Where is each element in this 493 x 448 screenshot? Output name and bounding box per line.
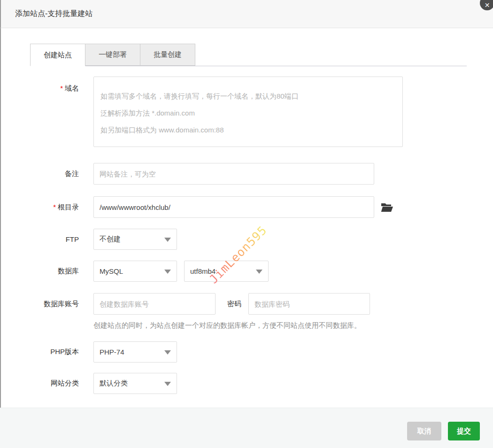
ftp-selected-value: 不创建 [100, 235, 121, 244]
site-category-value: 默认分类 [100, 379, 128, 388]
remark-input[interactable] [93, 163, 374, 185]
db-password-label: 密码 [227, 300, 241, 309]
close-icon[interactable]: ✕ [480, 0, 493, 10]
tab-batch-create[interactable]: 批量创建 [140, 44, 195, 66]
db-account-row: 数据库账号 密码 [1, 293, 493, 315]
ftp-select[interactable]: 不创建 [93, 229, 177, 250]
root-dir-row: *根目录 [1, 196, 493, 218]
domain-textarea[interactable] [93, 77, 403, 147]
database-row: 数据库 MySQL utf8mb4 [1, 261, 493, 282]
domain-row: *域名 如需填写多个域名，请换行填写，每行一个域名，默认为80端口 泛解析添加方… [1, 77, 493, 149]
database-label: 数据库 [1, 267, 79, 276]
open-folder-icon [381, 202, 393, 213]
folder-picker-icon[interactable] [381, 202, 393, 213]
php-version-select[interactable]: PHP-74 [93, 341, 177, 363]
create-site-form: *域名 如需填写多个域名，请换行填写，每行一个域名，默认为80端口 泛解析添加方… [1, 66, 493, 394]
dialog-title: 添加站点-支持批量建站 [15, 9, 92, 19]
cancel-button[interactable]: 取消 [407, 422, 441, 440]
dialog-body: 创建站点 一键部署 批量创建 *域名 如需填写多个域名，请换 [0, 28, 493, 408]
tab-label: 一键部署 [99, 50, 127, 59]
database-charset-value: utf8mb4 [190, 267, 216, 275]
chevron-down-icon [164, 382, 171, 386]
dialog-footer: 取消 提交 [0, 408, 493, 448]
submit-button[interactable]: 提交 [448, 422, 480, 440]
site-category-row: 网站分类 默认分类 [1, 373, 493, 394]
domain-label: *域名 [1, 77, 79, 93]
tab-bar: 创建站点 一键部署 批量创建 [30, 28, 467, 66]
tab-label: 创建站点 [44, 51, 72, 60]
ftp-row: FTP 不创建 [1, 229, 493, 250]
chevron-down-icon [164, 350, 171, 355]
tab-one-click-deploy[interactable]: 一键部署 [85, 44, 140, 66]
tab-create-site[interactable]: 创建站点 [30, 44, 85, 66]
root-dir-label: *根目录 [1, 203, 79, 212]
chevron-down-icon [256, 270, 262, 274]
db-help-row: 创建站点的同时，为站点创建一个对应的数据库帐户，方便不同站点使用不同数据库。 [1, 315, 493, 330]
close-glyph: ✕ [485, 1, 490, 9]
db-help-text: 创建站点的同时，为站点创建一个对应的数据库帐户，方便不同站点使用不同数据库。 [93, 321, 361, 330]
database-charset-select[interactable]: utf8mb4 [184, 261, 269, 282]
root-dir-input[interactable] [93, 196, 374, 218]
ftp-label: FTP [1, 235, 79, 243]
add-site-dialog: 添加站点-支持批量建站 ✕ 创建站点 一键部署 批量创建 *域名 [0, 0, 493, 448]
database-type-select[interactable]: MySQL [93, 261, 177, 282]
db-password-input[interactable] [248, 293, 370, 315]
database-type-value: MySQL [100, 267, 123, 275]
dialog-header: 添加站点-支持批量建站 ✕ [0, 0, 493, 28]
php-version-value: PHP-74 [100, 348, 124, 356]
required-asterisk: * [53, 203, 56, 211]
required-asterisk: * [60, 84, 63, 92]
db-account-label: 数据库账号 [1, 300, 79, 309]
chevron-down-icon [164, 270, 171, 274]
remark-label: 备注 [1, 170, 79, 178]
tab-label: 批量创建 [154, 50, 182, 59]
db-account-input[interactable] [93, 293, 216, 315]
remark-row: 备注 [1, 163, 493, 185]
site-category-select[interactable]: 默认分类 [93, 373, 177, 394]
chevron-down-icon [164, 238, 171, 242]
site-category-label: 网站分类 [1, 379, 79, 388]
php-version-row: PHP版本 PHP-74 [1, 341, 493, 363]
php-version-label: PHP版本 [1, 348, 79, 356]
